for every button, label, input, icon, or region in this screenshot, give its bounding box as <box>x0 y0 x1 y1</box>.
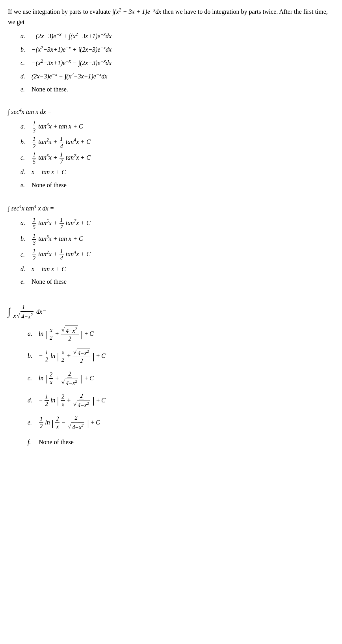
q4-label-d: d. <box>28 395 39 406</box>
q1-options: a. −(2x−3)e−x + ∫(x2−3x+1)e−xdx b. −(x2−… <box>20 30 334 95</box>
q4-integral-label: ∫ 1 x √4−x2 dx = <box>8 303 334 320</box>
q3-label-a: a. <box>20 218 32 229</box>
q2-label-c: c. <box>20 152 32 164</box>
q4-label-e: e. <box>28 417 39 428</box>
question-1: If we use integration by parts to evalua… <box>8 6 334 95</box>
q4-option-c: c. ln | 2x + 2 √4−x2 | + C <box>28 370 334 387</box>
q3-content-a: 15 tan5x + 17 tan7x + C <box>32 217 334 231</box>
q2-label-b: b. <box>20 137 32 148</box>
q2-content-b: 12 tan2x + 14 tan4x + C <box>32 136 334 150</box>
q4-content-a: ln | x2 + √4−x2 2 | + C <box>39 326 334 342</box>
q3-option-b: b. 13 tan3x + tan x + C <box>20 233 334 247</box>
q2-option-c: c. 15 tan5x + 17 tan7x + C <box>20 151 334 166</box>
q4-option-e: e. 12 ln | 2x − 2 √4−x2 | + C <box>28 414 334 431</box>
question-3: ∫ sec4x tan4 x dx = a. 15 tan5x + 17 tan… <box>8 203 334 288</box>
q4-option-b: b. −12 ln | x2 + √4−x2 2 | + C <box>28 348 334 365</box>
q3-content-b: 13 tan3x + tan x + C <box>32 233 334 247</box>
q2-option-a: a. 13 tan3x + tan x + C <box>20 120 334 134</box>
q1-label-d: d. <box>20 71 32 82</box>
q1-content-e: None of these. <box>32 84 334 95</box>
q3-options: a. 15 tan5x + 17 tan7x + C b. 13 tan3x +… <box>20 217 334 288</box>
q1-content-c: −(x2−3x+1)e−x − ∫(2x−3)e−xdx <box>32 57 334 69</box>
q2-content-c: 15 tan5x + 17 tan7x + C <box>32 151 334 166</box>
q4-label-c: c. <box>28 373 39 384</box>
q2-content-a: 13 tan3x + tan x + C <box>32 120 334 134</box>
q3-label-b: b. <box>20 233 32 245</box>
q4-options: a. ln | x2 + √4−x2 2 | + C b. −12 ln | x <box>28 326 334 448</box>
q3-content-e: None of these <box>32 276 334 288</box>
q4-content-d: −12 ln | 2x + 2 √4−x2 | + C <box>39 392 334 409</box>
q1-content-b: −(x2−3x+1)e−x + ∫(2x−3)e−xdx <box>32 44 334 56</box>
q4-label-f: f. <box>28 437 39 448</box>
q4-label-b: b. <box>28 350 39 362</box>
q4-label-a: a. <box>28 328 39 340</box>
q3-option-c: c. 12 tan2x + 14 tan4x + C <box>20 248 334 262</box>
q2-label-d: d. <box>20 167 32 178</box>
q3-integral-label: ∫ sec4x tan4 x dx = <box>8 203 334 214</box>
q2-option-b: b. 12 tan2x + 14 tan4x + C <box>20 136 334 150</box>
q1-label-e: e. <box>20 84 32 95</box>
q1-option-e: e. None of these. <box>20 84 334 95</box>
q3-option-d: d. x + tan x + C <box>20 264 334 275</box>
q1-integral-expr: ∫(x2 − 3x + 1)e−xdx <box>112 8 163 15</box>
q4-content-c: ln | 2x + 2 √4−x2 | + C <box>39 370 334 387</box>
q3-label-c: c. <box>20 249 32 261</box>
q1-option-b: b. −(x2−3x+1)e−x + ∫(2x−3)e−xdx <box>20 44 334 56</box>
q1-label-c: c. <box>20 58 32 69</box>
q4-option-f: f. None of these <box>28 437 334 448</box>
q2-label-e: e. <box>20 180 32 191</box>
q4-option-a: a. ln | x2 + √4−x2 2 | + C <box>28 326 334 342</box>
q4-content-b: −12 ln | x2 + √4−x2 2 | + C <box>39 348 334 365</box>
q1-option-a: a. −(2x−3)e−x + ∫(x2−3x+1)e−xdx <box>20 30 334 42</box>
q1-text: If we use integration by parts to evalua… <box>8 6 334 27</box>
q3-label-e: e. <box>20 276 32 288</box>
q3-content-d: x + tan x + C <box>32 264 334 275</box>
q3-label-d: d. <box>20 264 32 275</box>
q4-option-d: d. −12 ln | 2x + 2 √4−x2 | + C <box>28 392 334 409</box>
q1-content-a: −(2x−3)e−x + ∫(x2−3x+1)e−xdx <box>32 30 334 42</box>
q2-option-d: d. x + tan x + C <box>20 167 334 178</box>
q2-content-e: None of these <box>32 180 334 191</box>
q1-label-b: b. <box>20 44 32 56</box>
q1-option-d: d. (2x−3)e−x − ∫(x2−3x+1)e−xdx <box>20 71 334 82</box>
q4-content-f: None of these <box>39 437 334 448</box>
q2-options: a. 13 tan3x + tan x + C b. 12 tan2x + 14… <box>20 120 334 191</box>
q1-label-a: a. <box>20 31 32 42</box>
q2-option-e: e. None of these <box>20 180 334 191</box>
question-4: ∫ 1 x √4−x2 dx = a. ln | x2 + √4−x2 <box>8 303 334 448</box>
q1-content-d: (2x−3)e−x − ∫(x2−3x+1)e−xdx <box>32 71 334 82</box>
q3-option-e: e. None of these <box>20 276 334 288</box>
q3-option-a: a. 15 tan5x + 17 tan7x + C <box>20 217 334 231</box>
q2-label-a: a. <box>20 121 32 132</box>
q1-option-c: c. −(x2−3x+1)e−x − ∫(2x−3)e−xdx <box>20 57 334 69</box>
q4-content-e: 12 ln | 2x − 2 √4−x2 | + C <box>39 414 334 431</box>
q2-content-d: x + tan x + C <box>32 167 334 178</box>
q3-content-c: 12 tan2x + 14 tan4x + C <box>32 248 334 262</box>
q2-integral-label: ∫ sec4x tan x dx = <box>8 106 334 117</box>
question-2: ∫ sec4x tan x dx = a. 13 tan3x + tan x +… <box>8 106 334 191</box>
